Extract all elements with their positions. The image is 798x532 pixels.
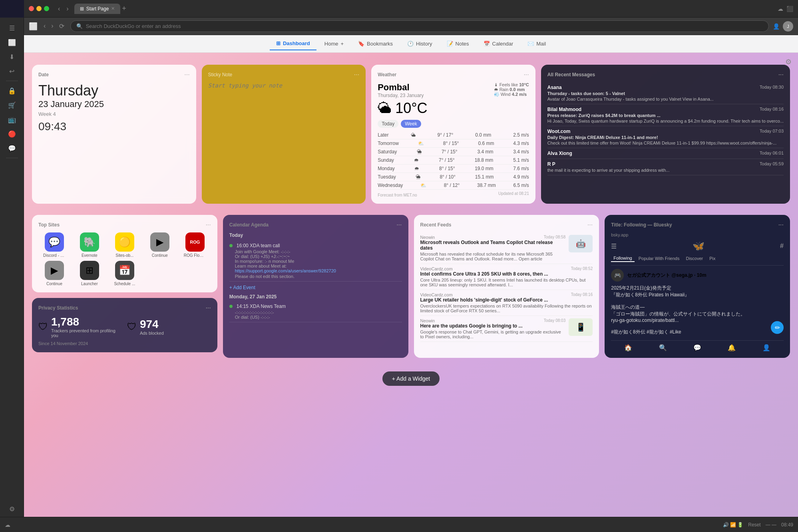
trackers-count: 1,788	[51, 316, 122, 328]
weather-tab-week[interactable]: Week	[401, 120, 421, 128]
weather-widget-more[interactable]: ···	[523, 71, 529, 78]
add-event-button[interactable]: + Add Event	[229, 285, 255, 290]
feed-item-4[interactable]: Neowin Today 08:03 Here are the updates …	[420, 316, 593, 342]
reset-label[interactable]: Reset	[748, 522, 760, 528]
bluesky-username: セガ公式アカウント @sega.jp · 10m	[627, 272, 706, 279]
sidebar-blue-icon[interactable]: 💬	[6, 142, 18, 155]
bluesky-menu-icon[interactable]: ☰	[611, 242, 617, 250]
date-widget-more[interactable]: ···	[184, 71, 189, 78]
sender-1: Asana	[547, 85, 562, 90]
sidebar-history-icon[interactable]: ↩	[6, 65, 18, 77]
bluesky-tab-following[interactable]: Following	[611, 255, 634, 262]
sidebar-downloads-icon[interactable]: ⬇	[6, 50, 18, 63]
traffic-lights	[29, 6, 49, 11]
address-input[interactable]	[86, 23, 763, 29]
sidebar-active-icon[interactable]: 🔴	[6, 127, 18, 140]
site-launcher[interactable]: ⊞ Launcher	[74, 261, 105, 286]
clock: 08:49	[781, 522, 793, 528]
sticky-note-input[interactable]	[208, 82, 360, 138]
weather-tab-today[interactable]: Today	[378, 120, 398, 128]
active-tab[interactable]: ⊞ Start Page ✕	[74, 4, 121, 14]
event-time-2: 14:15 XDA News Team	[237, 304, 286, 309]
feed-item-2[interactable]: VideoCardz.com Today 08:52 Intel confirm…	[420, 264, 593, 290]
tab-close-icon[interactable]: ✕	[111, 6, 115, 11]
sidebar-cart-icon[interactable]: 🛒	[6, 99, 18, 111]
messages-widget-top-more[interactable]: ···	[778, 71, 784, 78]
nav-forward-button[interactable]: ›	[49, 21, 55, 31]
sticky-widget-more[interactable]: ···	[354, 71, 359, 78]
message-item-5[interactable]: R P Today 05:59 the mail it is expecting…	[547, 159, 784, 175]
add-tab-button[interactable]: +	[122, 4, 126, 13]
nav-refresh-button[interactable]: ⟳	[57, 21, 66, 31]
tab-calendar[interactable]: 📅 Calendar	[477, 38, 520, 50]
bluesky-compose-button[interactable]: ✏	[771, 321, 784, 334]
widget-grid-row1: Date ··· Thursday 23 January 2025 Week 4…	[32, 65, 790, 209]
nav-back-button[interactable]: ‹	[42, 21, 48, 31]
bluesky-search-icon[interactable]: 🔍	[659, 344, 667, 351]
toolbar-nav: ‹ › ⟳	[42, 21, 66, 31]
bluesky-tab-popular[interactable]: Popular With Friends	[636, 255, 682, 262]
bottom-bar-cloud-icon[interactable]: ☁	[5, 522, 10, 528]
sidebar-settings-icon[interactable]: ⚙	[6, 502, 18, 515]
bluesky-tab-pix[interactable]: Pix	[707, 255, 718, 262]
window-ctrl-close[interactable]: ⬛	[786, 6, 793, 12]
tab-notes[interactable]: 📝 Notes	[440, 38, 476, 50]
bluesky-home-icon[interactable]: 🏠	[624, 344, 632, 351]
bluesky-profile-icon[interactable]: 👤	[762, 344, 770, 351]
tab-history[interactable]: 🕐 History	[401, 38, 438, 50]
tab-bookmarks[interactable]: 🔖 Bookmarks	[352, 38, 399, 50]
site-discord[interactable]: 💬 Discord - O...	[38, 232, 70, 258]
tab-dashboard[interactable]: ⊞ Dashboard	[270, 37, 316, 50]
forward-button[interactable]: ›	[64, 4, 71, 13]
back-button[interactable]: ‹	[56, 4, 62, 13]
message-header-5: R P Today 05:59	[547, 161, 784, 167]
sidebar-toggle-icon[interactable]: ☰	[6, 22, 18, 34]
message-item-3[interactable]: Woot.com Today 07:03 Daily Digest: Ninja…	[547, 126, 784, 148]
tab-label: Start Page	[86, 6, 109, 12]
site-sites[interactable]: 🟡 Sites-ob...	[109, 232, 141, 258]
add-widget-button[interactable]: + Add a Widget	[382, 371, 440, 386]
bluesky-tab-discover[interactable]: Discover	[683, 255, 705, 262]
message-item-1[interactable]: Asana Today 08:30 Thursday - tasks due s…	[547, 82, 784, 104]
time-5: Today 05:59	[760, 161, 784, 167]
site-continue2[interactable]: ▶ Continue	[38, 261, 70, 286]
site-schedule[interactable]: 📅 Schedule ...	[109, 261, 141, 286]
event-link-1[interactable]: https://support.google.com/a/users/answe…	[235, 268, 402, 273]
calendar-widget-more[interactable]: ···	[396, 221, 402, 228]
close-button[interactable]	[29, 6, 34, 11]
privacy-widget-more[interactable]: ···	[205, 304, 211, 312]
top-sites-more[interactable]: ···	[205, 221, 211, 228]
sidebar-media-icon[interactable]: 📺	[6, 113, 18, 126]
tab-mail[interactable]: ✉️ Mail	[521, 38, 552, 50]
message-item-4[interactable]: Alva Xiong Today 06:01	[547, 148, 784, 159]
bluesky-messages-icon[interactable]: 💬	[693, 344, 701, 351]
maximize-button[interactable]	[44, 6, 49, 11]
sidebar-lock-icon[interactable]: 🔒	[6, 84, 18, 97]
site-continue1[interactable]: ▶ Continue	[144, 232, 176, 258]
window-controls: ☁ ⬛	[778, 6, 793, 12]
address-bar[interactable]: 🔍	[70, 20, 769, 32]
tab-home[interactable]: Home +	[318, 38, 350, 50]
feed-item-3[interactable]: VideoCardz.com Today 08:16 Large UK reta…	[420, 290, 593, 316]
site-rog[interactable]: ROG ROG Flow Z...	[179, 232, 211, 258]
feed-item-1[interactable]: Neowin Today 08:58 Microsoft reveals Out…	[420, 232, 593, 264]
bluesky-bell-icon[interactable]: 🔔	[728, 344, 736, 351]
window-ctrl-share[interactable]: ☁	[778, 6, 783, 12]
schedule-icon: 📅	[115, 261, 134, 280]
message-item-2[interactable]: Bilal Mahmood Today 08:16 Press release:…	[547, 104, 784, 126]
share-icon[interactable]: 👤	[773, 23, 780, 30]
avatar[interactable]: J	[783, 21, 793, 32]
top-sites-header: Top Sites ···	[38, 221, 211, 228]
notes-icon: 📝	[447, 41, 453, 47]
bluesky-widget-more[interactable]: ···	[778, 221, 784, 228]
sidebar-tabs-icon[interactable]: ⬜	[6, 36, 18, 49]
feeds-widget-more[interactable]: ···	[587, 221, 593, 228]
bluesky-url: bsky.app	[611, 232, 784, 237]
zoom-control[interactable]: — —	[766, 522, 776, 528]
site-evernote[interactable]: 🐘 Evernote	[74, 232, 105, 258]
bluesky-hashtag-icon[interactable]: #	[780, 242, 784, 250]
top-sites-grid: 💬 Discord - O... 🐘 Evernote 🟡 Sites-ob..…	[38, 232, 211, 286]
minimize-button[interactable]	[36, 6, 42, 11]
sidebar-toggle-button[interactable]: ⬜	[29, 22, 38, 31]
sidebar-divider-1	[6, 81, 18, 81]
